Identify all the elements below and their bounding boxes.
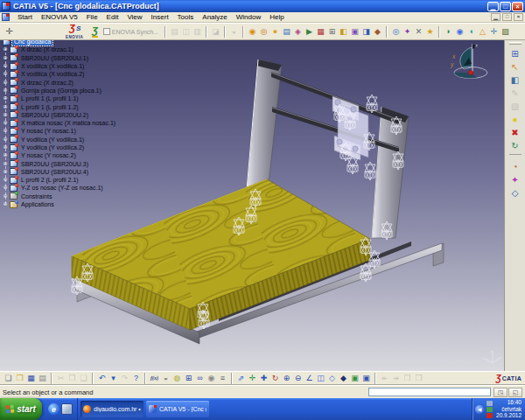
pan-icon[interactable]: ✚ xyxy=(258,372,270,384)
expander-icon[interactable]: ⊕ xyxy=(2,136,9,144)
replace-component-icon[interactable]: ◈ xyxy=(292,25,304,38)
expander-icon[interactable]: ⊕ xyxy=(2,87,9,94)
tree-item-constraints[interactable]: ⊕Constraints xyxy=(2,192,150,200)
fit-all-in-icon[interactable]: ✛ xyxy=(247,372,258,384)
expander-icon[interactable]: ⊕ xyxy=(2,70,9,78)
expander-icon[interactable]: ⊕ xyxy=(2,200,9,208)
child-minimize-button[interactable]: ▁ xyxy=(491,13,500,21)
desk-icon[interactable]: ◆ xyxy=(372,25,383,38)
tray-chevron-icon[interactable]: ◀ xyxy=(475,405,484,414)
compass-manipulation-icon[interactable]: ✛ xyxy=(4,25,15,38)
antivirus-tray-icon[interactable] xyxy=(486,413,493,418)
insert-existing-component-icon[interactable]: ◉ xyxy=(247,25,258,38)
tree-item-x-drzac-x-drzac-1[interactable]: ⊕X drzac (X drzac.1) xyxy=(2,46,150,53)
expander-icon[interactable]: ⊕ xyxy=(2,151,9,159)
expander-icon[interactable]: ⊕ xyxy=(2,111,9,119)
tree-item-y-vodilica-y-vodilica-2[interactable]: ⊕Y vodilica (Y vodilica.2) xyxy=(2,144,150,151)
measure-inertia-icon[interactable]: ◖ xyxy=(466,25,477,38)
expander-icon[interactable]: ⊕ xyxy=(2,94,9,102)
iso-view-icon[interactable]: ◇ xyxy=(326,372,338,384)
tree-item-y-nosac-y-nosac-1[interactable]: ⊕Y nosac (Y nosac.1) xyxy=(2,127,150,135)
enovia-sync-checkbox[interactable] xyxy=(103,28,110,35)
undo-dropdown-icon[interactable]: ▾ xyxy=(108,372,119,384)
constraint-angle-icon[interactable]: △ xyxy=(477,25,488,38)
graph-tree-reordering-icon[interactable]: ▶ xyxy=(304,25,315,38)
restore-button[interactable]: □ xyxy=(500,2,511,11)
expander-icon[interactable]: ⊕ xyxy=(2,160,9,168)
expander-icon[interactable]: ⊕ xyxy=(2,144,9,151)
menu-tools[interactable]: Tools xyxy=(173,13,199,21)
fx-knowledge-icon[interactable]: f(x) xyxy=(149,372,160,384)
product-structure-tools-icon[interactable]: ⊞ xyxy=(508,47,522,60)
specification-list-icon[interactable]: ≡ xyxy=(217,372,228,384)
generate-numbering-icon[interactable]: ▦ xyxy=(315,25,326,38)
show-desktop-icon[interactable] xyxy=(61,403,73,415)
look-at-icon[interactable]: ◧ xyxy=(508,74,522,87)
render-style-icon[interactable]: ▣ xyxy=(349,372,360,384)
tree-item-l-profil-1-l-profil-1-1[interactable]: ⊕L profil 1 (L profil 1.1) xyxy=(2,94,150,102)
tree-item-x-matica-nosac-x-matica-nosac-1[interactable]: ⊕X matica nosac (X matica nosac.1) xyxy=(2,119,150,127)
save-icon[interactable]: ▦ xyxy=(25,372,37,384)
tree-item-sbr20uu-sbr20uu-1[interactable]: ⊕SBR20UU (SBR20UU.1) xyxy=(2,54,150,62)
title-bar[interactable]: CATIA V5 - [Cnc glodalica.CATProduct] ▁ … xyxy=(0,0,525,12)
document-icon[interactable] xyxy=(2,13,10,21)
expander-icon[interactable]: ⊕ xyxy=(2,79,9,87)
expander-icon[interactable]: ⊕ xyxy=(2,184,9,192)
fly-mode-icon[interactable]: ⇗ xyxy=(235,372,247,384)
measure-between-icon[interactable]: ◗ xyxy=(443,25,454,38)
whats-this-icon[interactable]: ? xyxy=(130,372,142,384)
multi-instantiation-icon[interactable]: ▣ xyxy=(349,25,360,38)
menu-analyze[interactable]: Analyze xyxy=(198,13,231,21)
clash-x-icon[interactable]: ✕ xyxy=(413,25,424,38)
insert-part-icon[interactable]: ▤ xyxy=(281,25,292,38)
smart-target-icon[interactable]: ✦ xyxy=(508,173,522,186)
close-button[interactable]: × xyxy=(512,2,523,11)
menu-help[interactable]: Help xyxy=(265,13,288,21)
tree-item-x-drzac-x-drzac-2[interactable]: ⊕X drzac (X drzac.2) xyxy=(2,78,150,86)
3d-viewport[interactable]: x y z Cnc glodalica⊕X drzac (X drzac.1)⊕… xyxy=(0,40,525,371)
menu-view[interactable]: View xyxy=(122,13,146,21)
zoom-in-icon[interactable]: ⊕ xyxy=(281,372,292,384)
normal-view-icon[interactable]: ∠ xyxy=(304,372,315,384)
smart-move-icon[interactable]: ✦ xyxy=(402,25,413,38)
tree-item-l-profil-2-l-profil-2-1[interactable]: ⊕L profil 2 (L profil 2.1) xyxy=(2,176,150,184)
tree-item-x-vodilica-x-vodilica-2[interactable]: ⊕X vodilica (X vodilica.2) xyxy=(2,70,150,78)
shaded-view-icon[interactable]: ◆ xyxy=(338,372,349,384)
network-tray-icon[interactable] xyxy=(486,401,493,406)
tree-item-gornja-ploca-gornja-ploca-1[interactable]: ⊕Gornja ploca (Gornja ploca.1) xyxy=(2,87,150,94)
expander-icon[interactable]: ⊕ xyxy=(2,176,9,184)
render-style-alt-icon[interactable]: ▣ xyxy=(360,372,372,384)
tree-item-y-vodilica-y-vodilica-1[interactable]: ⊕Y vodilica (Y vodilica.1) xyxy=(2,136,150,144)
explode-icon[interactable]: ★ xyxy=(424,25,436,38)
expander-icon[interactable]: ⊕ xyxy=(2,119,9,127)
taskbar-button-catia-v5-cnc-glod[interactable]: CATIA V5 - [Cnc glod... xyxy=(146,401,209,417)
design-table-icon[interactable]: ⊞ xyxy=(183,372,194,384)
tree-item-y-nosac-y-nosac-2[interactable]: ⊕Y nosac (Y nosac.2) xyxy=(2,151,150,159)
fix-component-icon[interactable]: ✛ xyxy=(488,25,500,38)
view-compass[interactable]: x y z xyxy=(450,43,487,79)
hide-show-icon[interactable]: ◒ xyxy=(160,372,172,384)
zoom-cube-icon[interactable]: ◇ xyxy=(508,186,522,200)
link-icon[interactable]: ∞ xyxy=(194,372,206,384)
new-file-icon[interactable]: ❏ xyxy=(3,372,14,384)
minimize-button[interactable]: ▁ xyxy=(487,2,499,11)
update-all-icon[interactable]: ↻ xyxy=(508,139,522,152)
menu-insert[interactable]: Insert xyxy=(147,13,173,21)
child-restore-button[interactable]: □ xyxy=(502,13,512,21)
snap-icon[interactable]: ◎ xyxy=(390,25,402,38)
catalog-browser-icon[interactable]: ◔ xyxy=(508,160,522,173)
power-input[interactable] xyxy=(368,388,491,396)
expander-icon[interactable]: ⊕ xyxy=(2,192,9,200)
tree-item-l-profil-1-l-profil-1-2[interactable]: ⊕L profil 1 (L profil 1.2) xyxy=(2,102,150,110)
tree-item-y-z-os-nosac-y-z-os-nosac-1[interactable]: ⊕Y-Z os nosac (Y-Z os nosac.1) xyxy=(2,184,150,192)
multi-view-icon[interactable]: ◫ xyxy=(315,372,326,384)
menu-window[interactable]: Window xyxy=(232,13,265,21)
tree-item-applications[interactable]: ⊕Applications xyxy=(2,200,150,208)
tree-item-sbr20uu-sbr20uu-4[interactable]: ⊕SBR20UU (SBR20UU.4) xyxy=(2,168,150,176)
expander-icon[interactable]: ⊕ xyxy=(2,54,9,62)
tree-item-sbr20uu-sbr20uu-2[interactable]: ⊕SBR20UU (SBR20UU.2) xyxy=(2,111,150,119)
lock-icon[interactable]: ◉ xyxy=(206,372,217,384)
fast-multi-instantiation-icon[interactable]: ◨ xyxy=(360,25,372,38)
menu-start[interactable]: Start xyxy=(13,13,37,21)
power-input-history-icon[interactable]: ◱ xyxy=(508,388,522,397)
